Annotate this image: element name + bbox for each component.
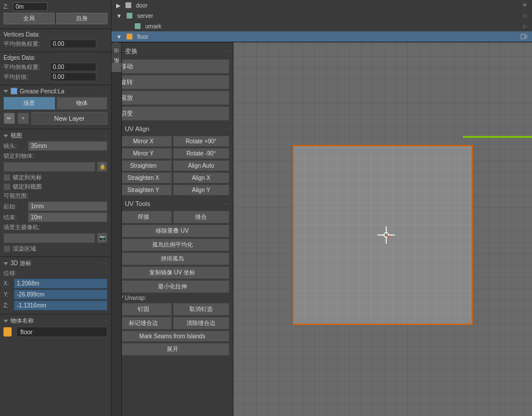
object-name-input[interactable] bbox=[16, 327, 107, 337]
side-tab-low[interactable]: 低 bbox=[112, 42, 121, 52]
bevel-weight-input[interactable] bbox=[50, 39, 96, 48]
grease-pencil-checkbox[interactable] bbox=[10, 88, 17, 95]
cursor-header[interactable]: 3D 游标 ⋯ bbox=[3, 259, 107, 267]
z-input[interactable] bbox=[13, 2, 48, 11]
straighten-btn[interactable]: Straighten bbox=[115, 160, 172, 171]
crease-input[interactable] bbox=[50, 73, 96, 81]
view-dots: ⋯ bbox=[102, 133, 107, 139]
umark-filter-icon: ▷ bbox=[523, 23, 527, 29]
rotate-btn[interactable]: 旋转 bbox=[115, 75, 229, 89]
cursor-label: 3D 游标 bbox=[10, 259, 31, 267]
scale-btn[interactable]: 缩放 bbox=[115, 91, 229, 105]
expand-btn[interactable]: 展开 bbox=[115, 343, 229, 356]
uv-tools-dots: ⋯ bbox=[224, 201, 229, 207]
svg-marker-0 bbox=[521, 34, 525, 39]
mark-seams-islands-btn[interactable]: Mark Seams from Islands bbox=[115, 331, 229, 342]
y-coord-input[interactable] bbox=[14, 290, 107, 299]
average-scale-btn[interactable]: 孤岛比例平均化 bbox=[115, 238, 229, 251]
rotate-plus90-btn[interactable]: Rotate +90° bbox=[173, 136, 230, 147]
obj-name-header[interactable]: 物体名称 ⋯ bbox=[3, 317, 107, 325]
z-coord-input[interactable] bbox=[14, 301, 107, 310]
grease-pencil-dots: ⋯ bbox=[102, 88, 107, 95]
door-row[interactable]: ▶ door 👁 bbox=[112, 0, 532, 10]
transform-section-header[interactable]: ▼ 变换 ⋯ bbox=[115, 46, 229, 57]
vertices-data-section: Vertices Data: 平均倒角权重: bbox=[0, 29, 111, 52]
server-right-icons: ▷ bbox=[523, 13, 527, 19]
pin-btn[interactable]: 钉固 bbox=[115, 303, 172, 316]
transform-title: 变换 bbox=[125, 47, 138, 56]
umark-label: umark bbox=[145, 23, 161, 30]
obj-name-label: 物体名称 bbox=[10, 317, 34, 325]
lock-target-input[interactable] bbox=[3, 162, 95, 172]
floor-row[interactable]: ▼ floor bbox=[112, 31, 532, 42]
side-tab-topo[interactable]: 拓 bbox=[112, 62, 121, 72]
edges-data-section: Edges Data: 平均倒角权重: 平均折痕: bbox=[0, 52, 111, 85]
clear-seam-btn[interactable]: 清除缝合边 bbox=[173, 317, 230, 330]
align-x-btn[interactable]: Align X bbox=[173, 172, 230, 183]
side-tab-labels: 低 报 拓 bbox=[112, 42, 122, 416]
server-row[interactable]: ▼ server ▷ bbox=[112, 10, 532, 21]
y-coord-label: Y: bbox=[3, 291, 14, 298]
door-right-icons: 👁 bbox=[522, 2, 527, 8]
server-object-icon bbox=[127, 13, 132, 19]
end-input[interactable] bbox=[28, 212, 107, 222]
eyedrop-btn[interactable]: 🔒 bbox=[97, 161, 107, 172]
tab-object-btn[interactable]: 物体 bbox=[56, 97, 108, 110]
uv-canvas-inner bbox=[293, 145, 473, 325]
remove-overlap-btn[interactable]: 移除重叠 UV bbox=[115, 225, 229, 237]
seam-grid: 标记缝合边 清除缝合边 bbox=[115, 317, 229, 330]
transform-dots: ⋯ bbox=[224, 48, 229, 55]
view-header[interactable]: 视图 ⋯ bbox=[3, 132, 107, 140]
mark-seam-btn[interactable]: 标记缝合边 bbox=[115, 317, 172, 330]
umark-object-icon bbox=[135, 23, 141, 29]
object-name-section: 物体名称 ⋯ bbox=[0, 314, 111, 339]
uv-align-section-header[interactable]: ▼ UV Align ⋯ bbox=[115, 124, 229, 133]
align-auto-btn[interactable]: Align Auto bbox=[173, 160, 230, 171]
cursor-expand-icon bbox=[3, 262, 8, 265]
move-btn[interactable]: 移动 bbox=[115, 59, 229, 74]
mirror-y-btn[interactable]: Mirror Y bbox=[115, 148, 172, 159]
mirror-x-btn[interactable]: Mirror X bbox=[115, 136, 172, 147]
x-coord-label: X: bbox=[3, 280, 14, 287]
tab-scene-btn[interactable]: 场景 bbox=[3, 97, 55, 110]
uv-align-grid: Mirror X Rotate +90° Mirror Y Rotate -90… bbox=[115, 136, 229, 196]
x-coord-input[interactable] bbox=[14, 278, 107, 288]
scene-camera-input[interactable] bbox=[3, 233, 95, 243]
cursor-section: 3D 游标 ⋯ 位移: X: Y: Z: bbox=[0, 257, 111, 314]
self-btn[interactable]: 自身 bbox=[56, 13, 107, 24]
edge-bevel-input[interactable] bbox=[50, 63, 96, 71]
all-btn[interactable]: 全局 bbox=[3, 13, 55, 24]
start-label: 起始: bbox=[3, 202, 28, 211]
z-label: Z: bbox=[3, 3, 13, 10]
straighten-x-btn[interactable]: Straighten X bbox=[115, 172, 172, 183]
pencil-icon[interactable]: ✏ bbox=[3, 113, 15, 124]
rotate-minus90-btn[interactable]: Rotate -90° bbox=[173, 148, 230, 159]
unwrap-pin-grid: 钉固 取消钉选 bbox=[115, 303, 229, 316]
umark-row[interactable]: umark ▷ bbox=[112, 21, 532, 31]
main-viewport bbox=[233, 42, 532, 416]
minimize-stretch-btn[interactable]: 最小化拉伸 bbox=[115, 280, 229, 293]
middle-panel: 低 报 拓 ▼ 变换 ⋯ 移动 旋转 缩放 切变 bbox=[112, 42, 233, 416]
uv-tools-weld-grid: 焊接 缝合 bbox=[115, 211, 229, 223]
stitch-btn[interactable]: 缝合 bbox=[173, 211, 230, 223]
view-label: 视图 bbox=[10, 132, 22, 140]
floor-label: floor bbox=[137, 34, 148, 40]
pack-islands-btn[interactable]: 拼排孤岛 bbox=[115, 252, 229, 265]
uv-tools-section-header[interactable]: ▼ UV Tools ⋯ bbox=[115, 199, 229, 208]
scene-camera-eyedrop[interactable]: 📷 bbox=[97, 233, 107, 243]
add-layer-icon[interactable]: + bbox=[17, 113, 29, 124]
side-tab-report[interactable]: 报 bbox=[112, 52, 121, 62]
straighten-y-btn[interactable]: Straighten Y bbox=[115, 185, 172, 196]
cursor-dots: ⋯ bbox=[102, 261, 107, 267]
visible-range-label: 可视范围: bbox=[3, 192, 107, 200]
lens-input[interactable] bbox=[28, 141, 107, 151]
lock-cursor-icon bbox=[3, 174, 10, 181]
new-layer-btn[interactable]: New Layer bbox=[31, 112, 107, 125]
align-y-btn[interactable]: Align Y bbox=[173, 185, 230, 196]
unpin-btn[interactable]: 取消钉选 bbox=[173, 303, 230, 316]
object-type-icon bbox=[3, 327, 12, 337]
copy-mirror-uv-btn[interactable]: 复制镜像 UV 坐标 bbox=[115, 266, 229, 279]
start-input[interactable] bbox=[28, 201, 107, 211]
shear-btn[interactable]: 切变 bbox=[115, 106, 229, 121]
weld-btn[interactable]: 焊接 bbox=[115, 211, 172, 223]
